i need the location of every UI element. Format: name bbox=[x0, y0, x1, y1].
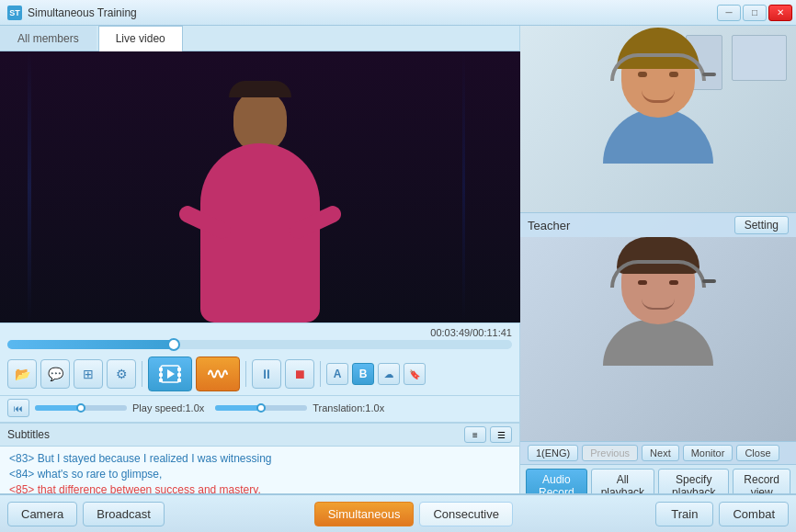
controls-bar: 📂 💬 ⊞ ⚙ bbox=[0, 353, 519, 396]
svg-rect-1 bbox=[159, 368, 163, 371]
wave-icon bbox=[207, 364, 229, 384]
monitor-button[interactable]: Monitor bbox=[683, 445, 733, 461]
separator-1 bbox=[142, 361, 142, 387]
previous-button[interactable]: Previous bbox=[582, 445, 638, 461]
translation-speed-track[interactable] bbox=[215, 405, 307, 411]
svg-rect-3 bbox=[159, 379, 163, 382]
tab-all-members[interactable]: All members bbox=[0, 26, 97, 51]
simultaneous-button[interactable]: Simultaneous bbox=[314, 502, 415, 526]
rewind-button[interactable]: ⏮ bbox=[7, 399, 29, 417]
student-headset bbox=[610, 260, 706, 288]
left-panel: All members Live video bbox=[0, 26, 520, 532]
subtitle-line-83: <83> But I stayed because I realized I w… bbox=[9, 452, 510, 465]
progress-fill bbox=[7, 340, 174, 349]
svg-rect-4 bbox=[177, 368, 181, 371]
teacher-head bbox=[621, 35, 695, 118]
alpha-a-button[interactable]: A bbox=[326, 363, 348, 385]
progress-area: 00:03:49/00:11:41 bbox=[0, 323, 519, 353]
separator-2 bbox=[245, 361, 246, 387]
train-button[interactable]: Train bbox=[655, 502, 713, 526]
combat-button[interactable]: Combat bbox=[719, 502, 789, 526]
student-video: 1(ENG) Previous Next Monitor Close bbox=[520, 237, 796, 464]
teacher-bg bbox=[520, 26, 796, 237]
subtitles-header: Subtitles ≡ ☰ bbox=[0, 424, 519, 447]
speed-bar: ⏮ Play speed:1.0x Translation:1.0x bbox=[0, 396, 519, 423]
teacher-mic bbox=[702, 73, 716, 76]
progress-thumb[interactable] bbox=[167, 338, 180, 351]
alpha-c-button[interactable]: ☁ bbox=[378, 363, 400, 385]
speaker-figure bbox=[168, 84, 352, 323]
film-icon bbox=[159, 364, 181, 384]
teacher-person bbox=[603, 35, 713, 164]
student-person bbox=[603, 242, 713, 366]
subtitles-icon-bar: ≡ ☰ bbox=[464, 426, 512, 443]
folder-button[interactable]: 📂 bbox=[7, 359, 37, 389]
next-button[interactable]: Next bbox=[642, 445, 679, 461]
student-shoulders bbox=[603, 320, 713, 366]
alpha-b-button[interactable]: B bbox=[352, 363, 374, 385]
pause-button[interactable]: ⏸ bbox=[252, 359, 281, 389]
wave-button[interactable] bbox=[196, 357, 240, 391]
bottom-bar-left: Camera Broadcast Simultaneous Consecutiv… bbox=[0, 493, 520, 532]
window-title: Simultaneous Training bbox=[28, 6, 137, 19]
play-speed-thumb[interactable] bbox=[76, 403, 85, 413]
minimize-button[interactable]: ─ bbox=[717, 5, 741, 21]
alpha-d-button[interactable]: 🔖 bbox=[404, 363, 426, 385]
play-speed-track[interactable] bbox=[35, 405, 127, 411]
film-button[interactable] bbox=[148, 357, 192, 391]
progress-track[interactable] bbox=[7, 340, 512, 349]
teacher-label-bar: Teacher Setting bbox=[520, 212, 796, 237]
time-display: 00:03:49/00:11:41 bbox=[7, 327, 512, 338]
svg-rect-2 bbox=[159, 373, 163, 377]
stop-button[interactable]: ⏹ bbox=[285, 359, 314, 389]
subtitle-line-84: <84> what's so rare to glimpse, bbox=[9, 468, 510, 481]
close-button[interactable]: ✕ bbox=[768, 5, 792, 21]
teacher-label: Teacher bbox=[528, 219, 570, 232]
separator-3 bbox=[320, 361, 321, 387]
subtitles-icon-1[interactable]: ≡ bbox=[464, 426, 486, 443]
app-icon: ST bbox=[7, 6, 22, 20]
grid-button[interactable]: ⊞ bbox=[74, 359, 103, 389]
settings-button[interactable]: ⚙ bbox=[107, 359, 136, 389]
tab-live-video[interactable]: Live video bbox=[98, 26, 183, 51]
close-button-student[interactable]: Close bbox=[736, 445, 779, 461]
setting-button[interactable]: Setting bbox=[734, 216, 789, 234]
svg-marker-7 bbox=[167, 369, 175, 379]
student-head bbox=[621, 242, 695, 324]
subtitles-icon-2[interactable]: ☰ bbox=[490, 426, 512, 443]
translation-speed-label: Translation:1.0x bbox=[313, 402, 384, 413]
translation-speed-fill bbox=[215, 405, 261, 411]
play-speed-label: Play speed:1.0x bbox=[132, 402, 204, 413]
student-bg bbox=[520, 237, 796, 464]
translation-speed-thumb[interactable] bbox=[256, 403, 266, 413]
lang-badge: 1(ENG) bbox=[528, 445, 578, 461]
student-label-bar: 1(ENG) Previous Next Monitor Close bbox=[520, 441, 796, 464]
svg-rect-5 bbox=[177, 373, 181, 377]
teacher-video: Teacher Setting bbox=[520, 26, 796, 237]
teacher-headset bbox=[610, 53, 706, 81]
bottom-bar-right: Train Combat bbox=[520, 493, 796, 532]
maximize-button[interactable]: □ bbox=[743, 5, 767, 21]
main-video bbox=[0, 51, 520, 323]
broadcast-button[interactable]: Broadcast bbox=[83, 502, 165, 526]
student-mic bbox=[702, 279, 716, 283]
title-bar: ST Simultaneous Training ─ □ ✕ bbox=[0, 0, 796, 26]
comment-button[interactable]: 💬 bbox=[40, 359, 70, 389]
right-panel: Teacher Setting bbox=[520, 26, 796, 532]
window-controls: ─ □ ✕ bbox=[717, 5, 792, 21]
svg-rect-6 bbox=[177, 379, 181, 382]
play-speed-fill bbox=[35, 405, 81, 411]
subtitles-title: Subtitles bbox=[7, 428, 50, 441]
main-container: All members Live video bbox=[0, 26, 796, 532]
tabs-bar: All members Live video bbox=[0, 26, 519, 51]
consecutive-button[interactable]: Consecutive bbox=[419, 502, 513, 526]
camera-button[interactable]: Camera bbox=[7, 502, 77, 526]
video-placeholder bbox=[0, 51, 520, 323]
